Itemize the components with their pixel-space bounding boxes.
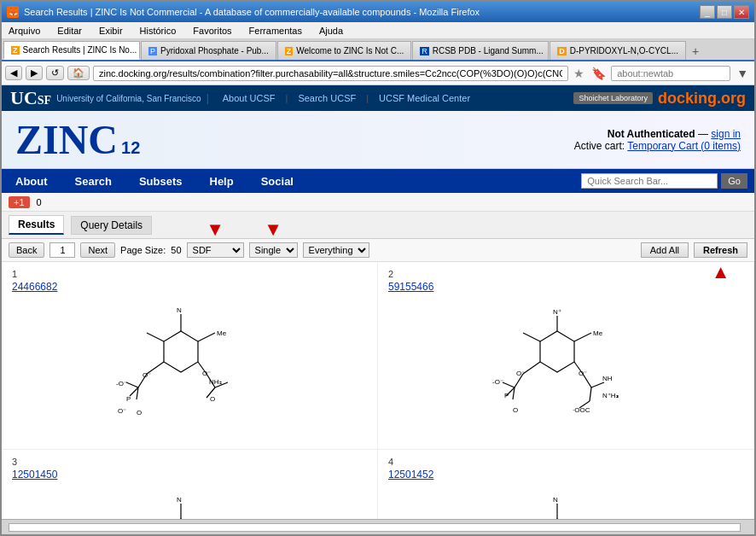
back-nav-button[interactable]: ◀ [5,66,22,80]
destination-select[interactable]: Everything Cart Download [303,242,369,258]
compound-2-link[interactable]: 59155466 [388,281,433,293]
ucsf-link-medical[interactable]: UCSF Medical Center [379,93,470,103]
arrow-down-format-icon: ▼ [206,220,224,239]
arrow-up-refresh-icon: ▲ [712,263,730,282]
ucsf-link-about[interactable]: About UCSF [223,93,276,103]
tab-1-favicon: P [148,47,157,55]
tab-4[interactable]: D D-PYRIDOXYL-N,O-CYCL... [550,41,686,60]
next-button[interactable]: Next [80,242,115,258]
tab-bar: Z Search Results | ZINC Is No... ✕ P Pyr… [2,39,754,61]
tab-2[interactable]: Z Welcome to ZINC Is Not C... [277,41,411,60]
tab-2-label: Welcome to ZINC Is Not C... [296,46,404,55]
search-down-button[interactable]: ▼ [734,67,751,80]
tab-0[interactable]: Z Search Results | ZINC Is No... ✕ [3,41,140,60]
svg-text:N⁺: N⁺ [553,308,561,316]
browser-window: 🦊 Search Results | ZINC Is Not Commercia… [0,0,756,536]
page-number-input[interactable] [49,242,75,258]
zinc-brand: ZINC 12 [15,116,140,163]
ucsf-link-search[interactable]: Search UCSF [298,93,356,103]
tab-2-favicon: Z [285,47,294,55]
nav-social[interactable]: Social [247,170,307,193]
format-select[interactable]: SDF MOL2 SMILES [187,242,244,258]
svg-text:O⁻: O⁻ [118,407,126,415]
menu-exibir[interactable]: Exibir [96,25,126,37]
browser-search-input[interactable] [611,66,730,81]
nav-help[interactable]: Help [196,170,247,193]
bookmark-star-icon[interactable]: ★ [572,67,586,80]
nav-search[interactable]: Search [61,170,125,193]
results-grid: 1 24466682 [2,262,754,519]
menu-favoritos[interactable]: Favoritos [189,25,235,37]
tab-3[interactable]: R RCSB PDB - Ligand Summ... [412,41,549,60]
results-tab[interactable]: Results [9,215,64,235]
close-button[interactable]: ✕ [734,5,749,19]
svg-text:Me: Me [217,329,227,337]
svg-text:P: P [504,392,509,399]
ucsf-links: About UCSF | Search UCSF | UCSF Medical … [223,93,470,103]
compound-1-image: N Me O⁻ O⁻ -O⁻ P O⁻ O NH₂ O [12,293,367,438]
add-all-button[interactable]: Add All [641,242,689,258]
svg-line-27 [523,362,540,374]
menu-ajuda[interactable]: Ajuda [316,25,346,37]
tab-4-favicon: D [557,47,567,55]
compound-4-link[interactable]: 12501452 [388,469,433,481]
svg-text:-O⁻: -O⁻ [116,380,127,387]
go-button[interactable]: Go [721,173,747,189]
query-details-tab[interactable]: Query Details [71,216,152,235]
compound-3-svg: N Me OH O⁻ p-O⁻ B OH NH₂ [96,489,283,519]
auth-signin-link[interactable]: sign in [711,128,741,140]
reload-nav-button[interactable]: ↺ [46,66,64,80]
mode-container: ▼ Single Multi Batch [249,242,298,258]
refresh-button[interactable]: Refresh [694,242,747,258]
address-input[interactable] [93,66,568,81]
page-size-value: 50 [171,245,181,255]
tab-1-label: Pyridoxal Phosphate - Pub... [160,46,269,55]
ucsf-link-sep2: | [366,93,369,103]
svg-line-35 [590,387,591,401]
svg-text:-O⁻: -O⁻ [492,378,503,386]
window-controls: _ □ ✕ [700,5,749,19]
new-tab-button[interactable]: + [687,43,704,60]
svg-text:NH: NH [602,375,613,382]
auth-status-line: Not Authenticated — sign in [574,128,741,140]
maximize-button[interactable]: □ [717,5,732,19]
quick-search-input[interactable] [581,173,718,189]
nav-about[interactable]: About [2,170,61,193]
cart-value[interactable]: Temporary Cart (0 items) [627,140,741,152]
shoichet-lab-label: Shoichet Laboratory [579,94,648,102]
arrow-down-mode-icon: ▼ [264,220,282,239]
status-progress [9,523,741,532]
compound-cell-3: 3 12501450 [2,450,378,519]
mode-select[interactable]: Single Multi Batch [249,242,298,258]
gplus-button[interactable]: +1 [9,196,30,208]
menu-arquivo[interactable]: Arquivo [5,25,44,37]
zinc-auth: Not Authenticated — sign in Active cart:… [574,128,741,152]
nav-subsets[interactable]: Subsets [125,170,196,193]
forward-nav-button[interactable]: ▶ [26,66,43,80]
svg-text:NH₂: NH₂ [209,378,222,386]
menu-editar[interactable]: Editar [54,25,85,37]
menu-historico[interactable]: Histórico [137,25,180,37]
compound-1-link[interactable]: 24466682 [12,281,57,293]
svg-text:N: N [553,496,558,504]
home-nav-button[interactable]: 🏠 [67,66,90,80]
svg-text:O⁻: O⁻ [142,371,151,379]
title-bar: 🦊 Search Results | ZINC Is Not Commercia… [2,2,754,22]
back-button[interactable]: Back [9,242,44,258]
compound-2-image: N⁺ Me O⁻ O⁻ -O⁻ P O NH ·OOC N⁺H₃ [388,293,743,438]
page-size-label: Page Size: [120,245,166,255]
svg-marker-0 [164,331,198,372]
tab-1[interactable]: P Pyridoxal Phosphate - Pub... [141,41,276,60]
compound-cell-2: 2 59155466 [378,262,754,450]
svg-text:O: O [137,409,142,417]
svg-line-8 [126,382,138,387]
compound-3-link[interactable]: 12501450 [12,469,57,481]
svg-text:Me: Me [593,329,603,337]
svg-text:O: O [513,406,518,414]
cart-label: Active cart: [574,140,625,152]
menu-ferramentas[interactable]: Ferramentas [246,25,305,37]
tab-4-label: D-PYRIDOXYL-N,O-CYCL... [570,46,678,55]
browser-icon: 🦊 [7,6,19,18]
minimize-button[interactable]: _ [700,5,715,19]
results-toolbar: Results Query Details [2,212,754,239]
